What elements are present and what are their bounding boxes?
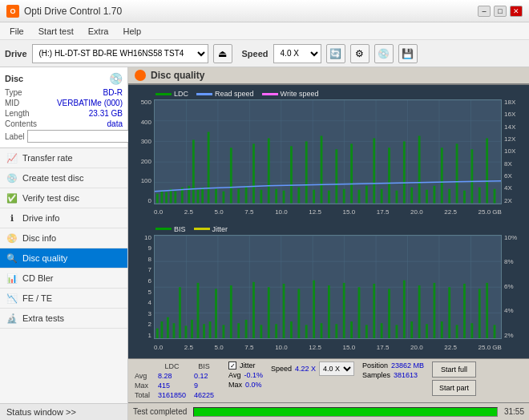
svg-rect-111 — [373, 283, 375, 338]
svg-rect-37 — [290, 146, 293, 203]
svg-rect-45 — [350, 143, 353, 203]
ldc-x-axis: 0.0 2.5 5.0 7.5 10.0 12.5 15.0 17.5 20.0… — [154, 204, 502, 220]
bis-legend-color — [155, 228, 172, 230]
avg-bis: 0.12 — [192, 371, 220, 381]
progress-fill — [194, 408, 497, 416]
svg-rect-116 — [410, 321, 413, 338]
speed-section: Speed 4.22 X 4.0 X — [271, 361, 354, 376]
svg-rect-64 — [494, 189, 496, 204]
jitter-checkbox[interactable]: ✓ — [228, 361, 236, 370]
verify-test-disc-icon: ✅ — [6, 192, 18, 204]
ldc-y-axis-right: 18X 16X 14X 12X 10X 8X 6X 4X 2X — [502, 99, 526, 204]
drive-select[interactable]: (H:) HL-DT-ST BD-RE WH16NS58 TST4 — [32, 44, 208, 63]
max-ldc: 415 — [156, 381, 192, 390]
svg-rect-100 — [290, 321, 293, 338]
jitter-section: ✓ Jitter Avg -0.1% Max 0.0% — [228, 361, 263, 389]
svg-rect-114 — [396, 325, 398, 338]
svg-rect-51 — [396, 191, 398, 204]
samples-label: Samples — [362, 371, 390, 379]
status-time: 31:55 — [504, 407, 524, 416]
status-bar: Test completed 31:55 — [128, 402, 529, 420]
sidebar-item-cd-bler[interactable]: 📊 CD Bler — [0, 269, 127, 289]
svg-rect-122 — [456, 325, 458, 338]
svg-rect-63 — [486, 138, 488, 203]
bis-x-axis: 0.0 2.5 5.0 7.5 10.0 12.5 15.0 17.5 20.0… — [154, 339, 502, 355]
svg-rect-82 — [167, 317, 169, 338]
svg-rect-101 — [297, 289, 300, 338]
menu-start-test[interactable]: Start test — [32, 25, 80, 38]
svg-rect-95 — [252, 281, 255, 338]
start-part-button[interactable]: Start part — [432, 380, 476, 396]
bis-chart-container: BIS Jitter 10 9 8 7 6 5 4 3 — [131, 224, 526, 356]
svg-rect-61 — [470, 149, 473, 203]
speed-section-value: 4.22 X — [295, 365, 316, 373]
label-label: Label — [5, 132, 24, 141]
sidebar-item-disc-quality[interactable]: 🔍 Disc quality — [0, 248, 127, 269]
speed-mode-select[interactable]: 4.0 X — [319, 361, 354, 376]
jitter-legend-color — [194, 228, 210, 230]
settings-button[interactable]: ⚙ — [350, 44, 369, 63]
svg-rect-48 — [373, 138, 375, 203]
toolbar: Drive (H:) HL-DT-ST BD-RE WH16NS58 TST4 … — [0, 40, 529, 67]
svg-rect-124 — [470, 323, 473, 338]
jitter-avg-value: -0.1% — [244, 371, 263, 379]
maximize-button[interactable]: □ — [494, 6, 507, 17]
close-button[interactable]: ✕ — [510, 6, 523, 17]
max-bis: 9 — [192, 381, 220, 390]
svg-rect-121 — [448, 287, 450, 338]
disc-info-icon: 📀 — [6, 232, 18, 244]
svg-rect-127 — [494, 325, 496, 338]
bis-chart-svg — [155, 236, 501, 339]
svg-rect-22 — [188, 186, 190, 204]
speed-section-label: Speed — [271, 365, 292, 373]
svg-rect-40 — [313, 190, 315, 204]
disc-panel-title: Disc — [5, 74, 23, 83]
sidebar-item-transfer-rate[interactable]: 📈 Transfer rate — [0, 148, 127, 168]
read-speed-legend-color — [196, 93, 212, 95]
menu-extra[interactable]: Extra — [82, 25, 115, 38]
mid-label: MID — [5, 99, 19, 107]
menu-file[interactable]: File — [3, 25, 30, 38]
stats-table: LDC BIS Avg 8.28 0.12 Max 415 9 Total — [133, 361, 220, 400]
svg-rect-42 — [328, 191, 330, 204]
max-label: Max — [133, 381, 156, 390]
length-value: 23.31 GB — [89, 109, 123, 118]
progress-bar — [193, 407, 498, 417]
cd-bler-icon: 📊 — [6, 273, 18, 284]
app-title: Opti Drive Control 1.70 — [24, 6, 122, 17]
samples-value: 381613 — [394, 371, 418, 379]
svg-rect-39 — [305, 141, 308, 203]
svg-rect-58 — [448, 189, 450, 204]
svg-rect-93 — [237, 323, 240, 338]
refresh-button[interactable]: 🔄 — [326, 44, 345, 63]
svg-rect-47 — [365, 186, 368, 204]
sidebar-item-drive-info[interactable]: ℹ Drive info — [0, 208, 127, 228]
menu-help[interactable]: Help — [116, 25, 147, 38]
eject-button[interactable]: ⏏ — [213, 44, 232, 63]
type-label: Type — [5, 88, 22, 97]
svg-rect-96 — [260, 325, 262, 338]
ldc-legend-item: LDC — [155, 90, 188, 98]
sidebar-item-fe-te[interactable]: 📉 FE / TE — [0, 289, 127, 309]
svg-rect-27 — [215, 189, 217, 204]
bis-legend-item: BIS — [155, 225, 186, 233]
sidebar-item-disc-info[interactable]: 📀 Disc info — [0, 228, 127, 248]
save-button[interactable]: 💾 — [398, 44, 418, 63]
sidebar-item-extra-tests[interactable]: 🔬 Extra tests — [0, 309, 127, 329]
svg-rect-80 — [156, 328, 159, 338]
title-bar: O Opti Drive Control 1.70 – □ ✕ — [0, 0, 529, 22]
status-window-button[interactable]: Status window >> — [0, 403, 127, 420]
ldc-chart-svg — [155, 100, 501, 204]
sidebar-item-verify-test-disc[interactable]: ✅ Verify test disc — [0, 188, 127, 208]
label-input[interactable] — [27, 130, 135, 143]
start-full-button[interactable]: Start full — [432, 361, 476, 378]
disc-button[interactable]: 💿 — [374, 44, 394, 63]
sidebar-item-create-test-disc[interactable]: 💿 Create test disc — [0, 168, 127, 188]
minimize-button[interactable]: – — [478, 6, 491, 17]
nav-items: 📈 Transfer rate 💿 Create test disc ✅ Ver… — [0, 148, 127, 329]
svg-rect-54 — [418, 135, 421, 203]
disc-quality-header: Disc quality — [128, 67, 529, 85]
speed-select[interactable]: 4.0 X — [273, 44, 321, 63]
nav-label-transfer-rate: Transfer rate — [22, 153, 73, 163]
svg-rect-92 — [230, 285, 232, 338]
